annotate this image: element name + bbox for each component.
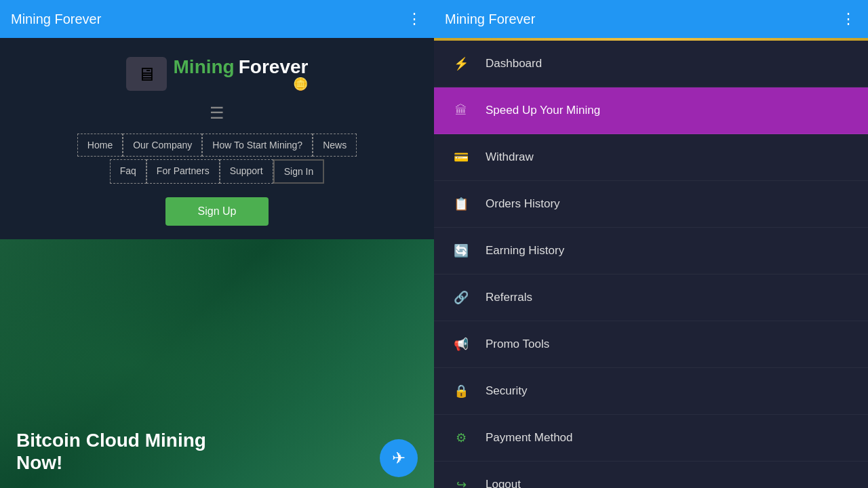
referrals-label: Referrals (486, 291, 532, 304)
right-app-bar: Mining Forever ⋮ (434, 0, 868, 38)
logo-forever-text: Forever (239, 57, 309, 78)
menu-item-orders-history[interactable]: 📋 Orders History (434, 181, 868, 228)
right-app-title: Mining Forever (445, 12, 535, 27)
menu-item-withdraw[interactable]: 💳 Withdraw (434, 134, 868, 181)
payment-method-label: Payment Method (486, 431, 573, 445)
menu-item-dashboard[interactable]: ⚡ Dashboard (434, 41, 868, 87)
promo-tools-label: Promo Tools (486, 338, 549, 351)
earning-history-icon: 🔄 (450, 240, 472, 262)
logout-icon: ↪ (450, 474, 472, 488)
hamburger-menu[interactable]: ☰ (210, 104, 224, 123)
nav-for-partners[interactable]: For Partners (146, 159, 220, 184)
speed-up-icon: 🏛 (450, 100, 472, 121)
menu-item-referrals[interactable]: 🔗 Referrals (434, 274, 868, 321)
logo-machine-icon: 🖥 (126, 57, 167, 91)
withdraw-icon: 💳 (450, 146, 472, 168)
nav-our-company[interactable]: Our Company (123, 134, 202, 157)
menu-item-logout[interactable]: ↪ Logout (434, 462, 868, 488)
orders-history-label: Orders History (486, 197, 560, 211)
dashboard-icon: ⚡ (450, 53, 472, 75)
referrals-icon: 🔗 (450, 287, 472, 308)
left-more-options[interactable]: ⋮ (407, 10, 423, 28)
speed-up-label: Speed Up Your Mining (486, 104, 600, 117)
menu-item-speed-up[interactable]: 🏛 Speed Up Your Mining (434, 87, 868, 134)
nav-home[interactable]: Home (77, 134, 123, 157)
telegram-icon: ✈ (392, 449, 406, 468)
nav-row-1: Home Our Company How To Start Mining? Ne… (20, 134, 414, 157)
sidebar-menu: ⚡ Dashboard 🏛 Speed Up Your Mining 💳 Wit… (434, 41, 868, 488)
nav-support[interactable]: Support (220, 159, 273, 184)
promo-tools-icon: 📢 (450, 333, 472, 355)
security-label: Security (486, 384, 527, 398)
telegram-button[interactable]: ✈ (380, 439, 418, 477)
nav-grid: Home Our Company How To Start Mining? Ne… (14, 134, 420, 186)
nav-faq[interactable]: Faq (110, 159, 146, 184)
signup-button[interactable]: Sign Up (165, 197, 269, 226)
nav-row-2: Faq For Partners Support Sign In (20, 159, 414, 184)
nav-sign-in[interactable]: Sign In (273, 159, 325, 184)
logo-coins-icon: 🪙 (293, 77, 308, 91)
payment-method-icon: ⚙ (450, 427, 472, 449)
hero-text: Bitcoin Cloud Mining Now! (16, 429, 233, 474)
right-more-options[interactable]: ⋮ (841, 10, 857, 28)
logout-label: Logout (486, 478, 521, 488)
left-app-title: Mining Forever (11, 12, 101, 27)
earning-history-label: Earning History (486, 244, 564, 258)
menu-item-security[interactable]: 🔒 Security (434, 368, 868, 415)
menu-item-promo-tools[interactable]: 📢 Promo Tools (434, 321, 868, 368)
logo-mining-text: Mining (174, 57, 235, 78)
nav-news[interactable]: News (313, 134, 357, 157)
logo-text: Mining Forever 🪙 (174, 57, 309, 92)
withdraw-label: Withdraw (486, 150, 534, 164)
orders-history-icon: 📋 (450, 193, 472, 215)
logo-container: 🖥 Mining Forever 🪙 (126, 57, 309, 92)
security-icon: 🔒 (450, 380, 472, 402)
hero-section: Bitcoin Cloud Mining Now! ✈ (0, 239, 434, 488)
menu-item-payment-method[interactable]: ⚙ Payment Method (434, 415, 868, 462)
nav-how-to-start[interactable]: How To Start Mining? (202, 134, 313, 157)
left-content: 🖥 Mining Forever 🪙 ☰ Home Our Compa (0, 38, 434, 488)
dashboard-label: Dashboard (486, 57, 542, 70)
logo-area: 🖥 Mining Forever 🪙 ☰ Home Our Compa (0, 38, 434, 239)
right-panel: Mining Forever ⋮ ⚡ Dashboard 🏛 Speed Up … (434, 0, 868, 488)
left-panel: Mining Forever ⋮ 🖥 Mining Forever 🪙 ☰ (0, 0, 434, 488)
menu-item-earning-history[interactable]: 🔄 Earning History (434, 228, 868, 274)
left-app-bar: Mining Forever ⋮ (0, 0, 434, 38)
